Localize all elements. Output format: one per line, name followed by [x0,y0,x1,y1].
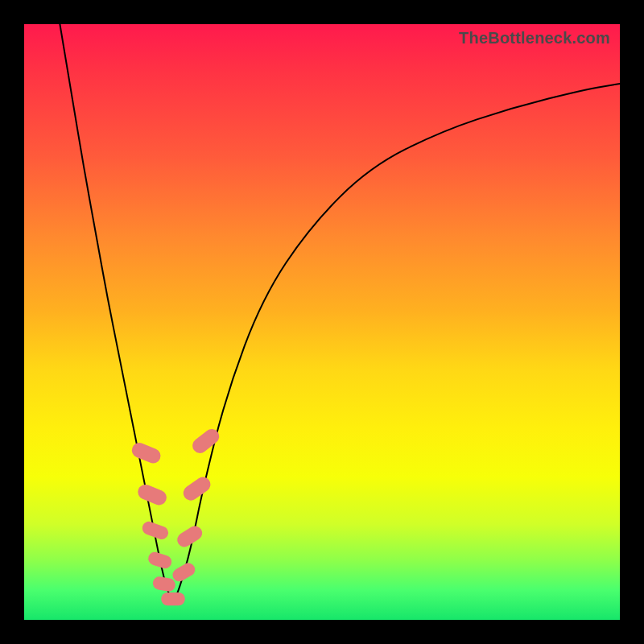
curve-marker [147,551,173,571]
bottleneck-curve [60,24,620,599]
curve-marker [130,440,163,465]
curve-marker [135,482,168,507]
plot-area: TheBottleneck.com [24,24,620,620]
curve-marker [152,576,177,592]
curve-marker [175,523,205,550]
chart-canvas: TheBottleneck.com [0,0,644,644]
curve-marker [167,592,185,605]
curve-marker [170,560,197,584]
curve-svg [24,24,620,620]
curve-markers [130,426,222,605]
curve-marker [180,474,213,503]
